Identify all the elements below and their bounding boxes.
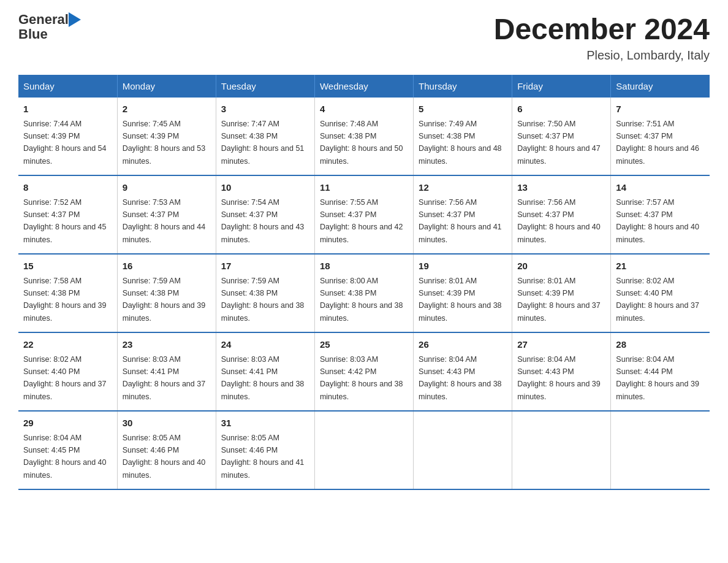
calendar-cell: 28Sunrise: 8:04 AMSunset: 4:44 PMDayligh… xyxy=(611,332,710,411)
day-number: 16 xyxy=(123,259,211,274)
day-info: Sunrise: 7:59 AMSunset: 4:38 PMDaylight:… xyxy=(123,277,206,323)
calendar-cell: 3Sunrise: 7:47 AMSunset: 4:38 PMDaylight… xyxy=(216,98,314,175)
calendar-week-row: 29Sunrise: 8:04 AMSunset: 4:45 PMDayligh… xyxy=(18,411,710,489)
logo: General Blue xyxy=(18,12,83,42)
day-number: 1 xyxy=(23,102,112,117)
calendar-cell: 14Sunrise: 7:57 AMSunset: 4:37 PMDayligh… xyxy=(611,175,710,254)
calendar-cell: 18Sunrise: 8:00 AMSunset: 4:38 PMDayligh… xyxy=(314,254,413,332)
calendar-cell: 21Sunrise: 8:02 AMSunset: 4:40 PMDayligh… xyxy=(611,254,710,332)
day-number: 30 xyxy=(123,416,211,431)
day-info: Sunrise: 8:00 AMSunset: 4:38 PMDaylight:… xyxy=(320,277,403,323)
day-info: Sunrise: 7:55 AMSunset: 4:37 PMDaylight:… xyxy=(320,198,403,244)
calendar-cell: 29Sunrise: 8:04 AMSunset: 4:45 PMDayligh… xyxy=(18,411,117,489)
calendar-cell: 11Sunrise: 7:55 AMSunset: 4:37 PMDayligh… xyxy=(314,175,413,254)
calendar-cell: 9Sunrise: 7:53 AMSunset: 4:37 PMDaylight… xyxy=(117,175,216,254)
calendar-cell: 31Sunrise: 8:05 AMSunset: 4:46 PMDayligh… xyxy=(216,411,314,489)
title-area: December 2024 Plesio, Lombardy, Italy xyxy=(494,12,710,63)
day-number: 28 xyxy=(616,338,705,352)
calendar-cell: 20Sunrise: 8:01 AMSunset: 4:39 PMDayligh… xyxy=(512,254,611,332)
calendar-cell: 24Sunrise: 8:03 AMSunset: 4:41 PMDayligh… xyxy=(216,332,314,411)
logo-text-blue: Blue xyxy=(18,26,48,42)
calendar-week-row: 8Sunrise: 7:52 AMSunset: 4:37 PMDaylight… xyxy=(18,175,710,254)
calendar-cell: 13Sunrise: 7:56 AMSunset: 4:37 PMDayligh… xyxy=(512,175,611,254)
day-number: 13 xyxy=(517,181,605,195)
calendar-cell: 10Sunrise: 7:54 AMSunset: 4:37 PMDayligh… xyxy=(216,175,314,254)
calendar-cell: 22Sunrise: 8:02 AMSunset: 4:40 PMDayligh… xyxy=(18,332,117,411)
day-info: Sunrise: 7:45 AMSunset: 4:39 PMDaylight:… xyxy=(123,120,206,166)
day-number: 5 xyxy=(419,102,507,117)
day-info: Sunrise: 7:59 AMSunset: 4:38 PMDaylight:… xyxy=(221,277,305,323)
day-number: 25 xyxy=(320,338,408,352)
day-info: Sunrise: 7:52 AMSunset: 4:37 PMDaylight:… xyxy=(23,198,107,244)
day-number: 9 xyxy=(123,181,211,195)
day-info: Sunrise: 8:04 AMSunset: 4:43 PMDaylight:… xyxy=(517,355,601,401)
column-header-tuesday: Tuesday xyxy=(216,75,314,98)
logo-arrow-icon xyxy=(69,12,81,27)
calendar-cell: 27Sunrise: 8:04 AMSunset: 4:43 PMDayligh… xyxy=(512,332,611,411)
day-number: 7 xyxy=(616,102,705,117)
calendar-week-row: 1Sunrise: 7:44 AMSunset: 4:39 PMDaylight… xyxy=(18,98,710,175)
calendar-cell: 15Sunrise: 7:58 AMSunset: 4:38 PMDayligh… xyxy=(18,254,117,332)
day-info: Sunrise: 7:47 AMSunset: 4:38 PMDaylight:… xyxy=(221,120,305,166)
day-info: Sunrise: 8:03 AMSunset: 4:42 PMDaylight:… xyxy=(320,355,403,401)
day-number: 29 xyxy=(23,416,112,431)
day-info: Sunrise: 7:53 AMSunset: 4:37 PMDaylight:… xyxy=(123,198,206,244)
day-info: Sunrise: 7:56 AMSunset: 4:37 PMDaylight:… xyxy=(517,198,601,244)
calendar-cell: 16Sunrise: 7:59 AMSunset: 4:38 PMDayligh… xyxy=(117,254,216,332)
calendar-cell: 23Sunrise: 8:03 AMSunset: 4:41 PMDayligh… xyxy=(117,332,216,411)
day-info: Sunrise: 8:04 AMSunset: 4:45 PMDaylight:… xyxy=(23,434,107,480)
day-number: 31 xyxy=(221,416,309,431)
column-header-thursday: Thursday xyxy=(414,75,512,98)
day-number: 3 xyxy=(221,102,309,117)
calendar-cell xyxy=(611,411,710,489)
day-number: 19 xyxy=(419,259,507,274)
logo-text-general: General xyxy=(18,12,69,27)
day-number: 21 xyxy=(616,259,705,274)
day-info: Sunrise: 8:02 AMSunset: 4:40 PMDaylight:… xyxy=(616,277,699,323)
column-header-monday: Monday xyxy=(117,75,216,98)
day-info: Sunrise: 8:04 AMSunset: 4:43 PMDaylight:… xyxy=(419,355,502,401)
location: Plesio, Lombardy, Italy xyxy=(494,48,710,63)
day-info: Sunrise: 8:01 AMSunset: 4:39 PMDaylight:… xyxy=(419,277,502,323)
day-number: 20 xyxy=(517,259,605,274)
day-number: 6 xyxy=(517,102,605,117)
day-number: 10 xyxy=(221,181,309,195)
day-info: Sunrise: 8:01 AMSunset: 4:39 PMDaylight:… xyxy=(517,277,601,323)
day-number: 24 xyxy=(221,338,309,352)
day-info: Sunrise: 8:03 AMSunset: 4:41 PMDaylight:… xyxy=(221,355,305,401)
day-info: Sunrise: 7:56 AMSunset: 4:37 PMDaylight:… xyxy=(419,198,502,244)
calendar-cell: 12Sunrise: 7:56 AMSunset: 4:37 PMDayligh… xyxy=(414,175,512,254)
day-info: Sunrise: 7:54 AMSunset: 4:37 PMDaylight:… xyxy=(221,198,305,244)
day-info: Sunrise: 7:44 AMSunset: 4:39 PMDaylight:… xyxy=(23,120,107,166)
month-title: December 2024 xyxy=(494,12,710,46)
calendar-cell: 1Sunrise: 7:44 AMSunset: 4:39 PMDaylight… xyxy=(18,98,117,175)
calendar-cell: 2Sunrise: 7:45 AMSunset: 4:39 PMDaylight… xyxy=(117,98,216,175)
column-header-friday: Friday xyxy=(512,75,611,98)
day-number: 18 xyxy=(320,259,408,274)
day-info: Sunrise: 8:04 AMSunset: 4:44 PMDaylight:… xyxy=(616,355,699,401)
day-info: Sunrise: 7:48 AMSunset: 4:38 PMDaylight:… xyxy=(320,120,403,166)
calendar-cell: 30Sunrise: 8:05 AMSunset: 4:46 PMDayligh… xyxy=(117,411,216,489)
calendar-cell xyxy=(512,411,611,489)
day-info: Sunrise: 8:03 AMSunset: 4:41 PMDaylight:… xyxy=(123,355,206,401)
calendar-week-row: 22Sunrise: 8:02 AMSunset: 4:40 PMDayligh… xyxy=(18,332,710,411)
day-number: 14 xyxy=(616,181,705,195)
calendar-cell: 6Sunrise: 7:50 AMSunset: 4:37 PMDaylight… xyxy=(512,98,611,175)
column-header-sunday: Sunday xyxy=(18,75,117,98)
calendar-cell: 8Sunrise: 7:52 AMSunset: 4:37 PMDaylight… xyxy=(18,175,117,254)
day-info: Sunrise: 7:49 AMSunset: 4:38 PMDaylight:… xyxy=(419,120,502,166)
day-number: 26 xyxy=(419,338,507,352)
page-header: General Blue December 2024 Plesio, Lomba… xyxy=(18,12,710,63)
calendar-cell: 25Sunrise: 8:03 AMSunset: 4:42 PMDayligh… xyxy=(314,332,413,411)
day-number: 17 xyxy=(221,259,309,274)
day-info: Sunrise: 8:05 AMSunset: 4:46 PMDaylight:… xyxy=(123,434,206,480)
day-number: 27 xyxy=(517,338,605,352)
day-number: 12 xyxy=(419,181,507,195)
calendar-cell: 4Sunrise: 7:48 AMSunset: 4:38 PMDaylight… xyxy=(314,98,413,175)
calendar-table: SundayMondayTuesdayWednesdayThursdayFrid… xyxy=(18,75,710,490)
day-number: 2 xyxy=(123,102,211,117)
column-header-wednesday: Wednesday xyxy=(314,75,413,98)
calendar-cell: 7Sunrise: 7:51 AMSunset: 4:37 PMDaylight… xyxy=(611,98,710,175)
column-header-saturday: Saturday xyxy=(611,75,710,98)
day-info: Sunrise: 7:58 AMSunset: 4:38 PMDaylight:… xyxy=(23,277,107,323)
